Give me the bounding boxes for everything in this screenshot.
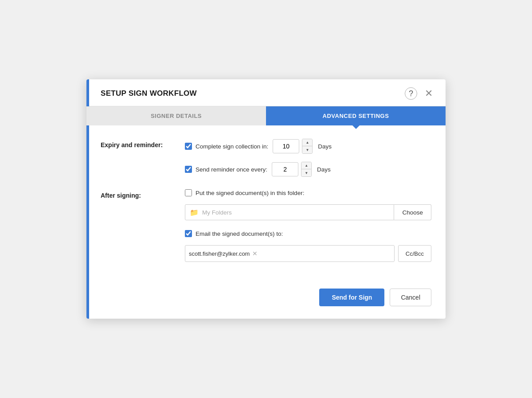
after-signing-section-label: After signing: (101, 189, 185, 262)
reminder-checkbox[interactable] (185, 166, 192, 173)
send-for-sign-button[interactable]: Send for Sign (319, 289, 384, 306)
choose-button[interactable]: Choose (394, 204, 431, 220)
dialog-body: Expiry and reminder: Complete sign colle… (86, 125, 446, 287)
folder-checkbox-wrapper: Put the signed document(s) in this folde… (185, 189, 309, 196)
folder-label: Put the signed document(s) in this folde… (196, 190, 304, 196)
folder-placeholder: My Folders (202, 209, 232, 216)
help-button[interactable]: ? (405, 87, 417, 100)
complete-sign-label: Complete sign collection in: (196, 143, 268, 150)
expiry-section-label: Expiry and reminder: (101, 139, 185, 177)
cancel-button[interactable]: Cancel (390, 289, 431, 306)
reminder-up-button[interactable]: ▲ (301, 162, 311, 169)
folder-input-display[interactable]: 📁 My Folders (185, 204, 394, 220)
cc-bcc-button[interactable]: Cc/Bcc (398, 245, 431, 262)
after-signing-content: Put the signed document(s) in this folde… (185, 189, 431, 262)
complete-sign-row: Complete sign collection in: 10 ▲ ▼ Days (185, 139, 431, 154)
email-tag: scott.fisher@zylker.com ✕ (189, 250, 258, 257)
tabs-bar: SIGNER DETAILS ADVANCED SETTINGS (86, 106, 446, 125)
complete-sign-input[interactable]: 10 (273, 139, 299, 153)
reminder-row: Send reminder once every: 2 ▲ ▼ Days (185, 162, 431, 177)
header-icons: ? ✕ (405, 87, 435, 100)
email-input-container[interactable]: scott.fisher@zylker.com ✕ (185, 245, 395, 262)
setup-sign-workflow-dialog: SETUP SIGN WORKFLOW ? ✕ SIGNER DETAILS A… (86, 79, 446, 319)
complete-sign-unit: Days (318, 143, 332, 150)
reminder-unit: Days (317, 166, 331, 173)
email-tag-close-icon[interactable]: ✕ (252, 250, 258, 257)
close-button[interactable]: ✕ (422, 87, 435, 100)
complete-sign-down-button[interactable]: ▼ (302, 146, 312, 153)
email-label: Email the signed document(s) to: (196, 230, 283, 237)
dialog-footer: Send for Sign Cancel (86, 287, 446, 319)
tab-signer-details[interactable]: SIGNER DETAILS (86, 106, 266, 125)
dialog-title: SETUP SIGN WORKFLOW (101, 89, 197, 98)
email-value: scott.fisher@zylker.com (189, 250, 250, 257)
reminder-spinner: 2 ▲ ▼ Days (272, 162, 331, 177)
email-checkbox-row: Email the signed document(s) to: (185, 230, 431, 237)
reminder-label: Send reminder once every: (196, 166, 267, 173)
folder-checkbox-row: Put the signed document(s) in this folde… (185, 189, 431, 196)
reminder-down-button[interactable]: ▼ (301, 169, 311, 176)
reminder-checkbox-wrapper: Send reminder once every: (185, 166, 272, 173)
folder-input-row: 📁 My Folders Choose (185, 204, 431, 220)
folder-checkbox[interactable] (185, 189, 192, 196)
expiry-section: Expiry and reminder: Complete sign colle… (101, 139, 431, 177)
reminder-input[interactable]: 2 (272, 162, 298, 176)
email-input-row: scott.fisher@zylker.com ✕ Cc/Bcc (185, 245, 431, 262)
dialog-header: SETUP SIGN WORKFLOW ? ✕ (86, 79, 446, 106)
tab-advanced-settings[interactable]: ADVANCED SETTINGS (266, 106, 446, 125)
complete-sign-spinner-buttons: ▲ ▼ (302, 139, 313, 154)
reminder-spinner-buttons: ▲ ▼ (301, 162, 312, 177)
complete-sign-up-button[interactable]: ▲ (302, 139, 312, 146)
complete-sign-checkbox-wrapper: Complete sign collection in: (185, 143, 273, 150)
complete-sign-spinner: 10 ▲ ▼ Days (273, 139, 332, 154)
email-checkbox[interactable] (185, 230, 192, 237)
email-checkbox-wrapper: Email the signed document(s) to: (185, 230, 287, 237)
expiry-section-content: Complete sign collection in: 10 ▲ ▼ Days (185, 139, 431, 177)
after-signing-section: After signing: Put the signed document(s… (101, 189, 431, 262)
folder-icon: 📁 (190, 208, 199, 217)
complete-sign-checkbox[interactable] (185, 143, 192, 150)
